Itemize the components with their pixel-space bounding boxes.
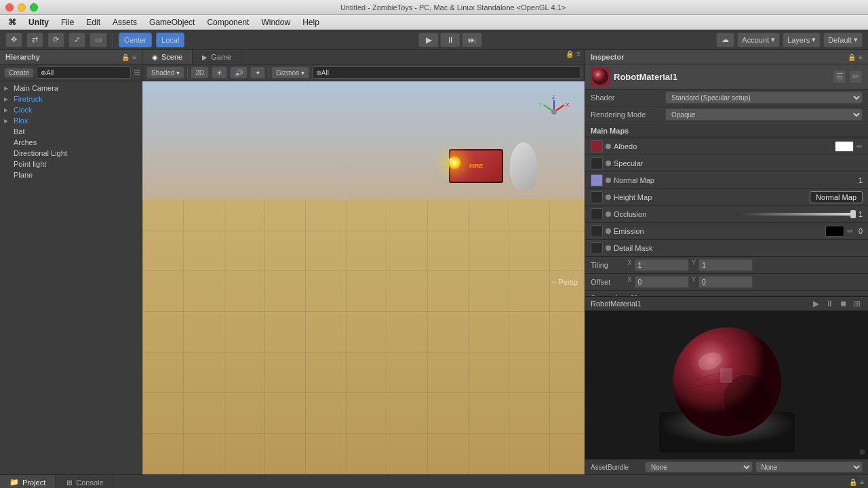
minimize-button[interactable] <box>18 3 26 12</box>
hierarchy-search[interactable] <box>37 66 131 79</box>
ab-select-1[interactable]: None <box>645 462 753 472</box>
heightmap-label[interactable]: Height Map <box>614 193 804 201</box>
hierarchy-menu[interactable]: ≡ <box>132 54 136 61</box>
shading-dropdown[interactable]: Shaded ▾ <box>146 66 184 79</box>
lighting-button[interactable]: ☀ <box>212 66 227 79</box>
material-settings-btn[interactable]: ✏ <box>849 70 863 83</box>
menu-file[interactable]: File <box>56 16 79 28</box>
specular-label[interactable]: Specular <box>614 159 863 167</box>
hierarchy-item-blox[interactable]: ▶Blox <box>0 115 142 126</box>
hierarchy-item-firetruck[interactable]: ▶Firetruck <box>0 94 142 104</box>
albedo-thumb[interactable] <box>591 140 603 152</box>
hierarchy-item-arches[interactable]: Arches <box>0 137 142 148</box>
occlusion-thumb[interactable] <box>591 208 603 220</box>
scene-tab-spacer <box>241 50 561 64</box>
pause-button[interactable]: ⏸ <box>440 33 460 47</box>
layers-dropdown[interactable]: Layers ▾ <box>783 33 821 47</box>
scene-menu[interactable]: ≡ <box>576 50 580 64</box>
detailmask-thumb[interactable] <box>591 242 603 254</box>
scene-lock[interactable]: 🔒 <box>566 50 574 64</box>
tiling-y-input[interactable] <box>698 259 753 271</box>
albedo-edit-icon[interactable]: ✏ <box>856 142 863 151</box>
game-tab[interactable]: ▶ Game <box>193 50 241 64</box>
menu-window[interactable]: Window <box>256 16 296 28</box>
scene-tab[interactable]: ◉ Scene <box>142 50 193 64</box>
occlusion-slider[interactable] <box>736 213 855 216</box>
menu-assets[interactable]: Assets <box>107 16 142 28</box>
emission-thumb[interactable] <box>591 225 603 237</box>
emission-label[interactable]: Emission <box>614 227 823 235</box>
close-button[interactable] <box>5 3 14 12</box>
normalmap-thumb[interactable] <box>591 174 603 186</box>
gizmos-button[interactable]: Gizmos ▾ <box>271 66 309 79</box>
hierarchy-item-directional-light[interactable]: Directional Light <box>0 148 142 159</box>
console-tab[interactable]: 🖥 Console <box>56 475 113 488</box>
step-button[interactable]: ⏭ <box>462 33 482 47</box>
toolbar-rotate[interactable]: ⟳ <box>47 33 64 47</box>
shader-select[interactable]: Standard (Specular setup) <box>665 92 863 104</box>
toolbar-move[interactable]: ⇄ <box>26 33 43 47</box>
hierarchy-item-main-camera[interactable]: ▶Main Camera <box>0 83 142 94</box>
pivot-local-button[interactable]: Local <box>156 33 184 47</box>
heightmap-thumb[interactable] <box>591 191 603 203</box>
rendering-mode-select[interactable]: Opaque <box>665 108 863 121</box>
emission-edit-icon[interactable]: ✏ <box>847 227 853 236</box>
rendering-mode-value[interactable]: Opaque <box>665 108 863 121</box>
emission-color-swatch[interactable] <box>825 226 844 237</box>
menu-component[interactable]: Component <box>201 16 254 28</box>
preview-pause[interactable]: ⏸ <box>823 299 835 308</box>
inspector-menu[interactable]: ≡ <box>859 54 863 61</box>
menu-edit[interactable]: Edit <box>81 16 106 28</box>
occlusion-label[interactable]: Occlusion <box>614 210 733 218</box>
tiling-x-input[interactable] <box>635 259 689 271</box>
shader-value[interactable]: Standard (Specular setup) <box>665 92 863 104</box>
hierarchy-item-point-light[interactable]: Point light <box>0 159 142 169</box>
menu-unity[interactable]: Unity <box>23 16 54 28</box>
bottom-lock[interactable]: 🔒 <box>849 479 857 486</box>
menu-apple[interactable]: ⌘ <box>3 16 22 28</box>
emission-row: Emission ✏ 0 <box>585 223 868 240</box>
inspector-lock[interactable]: 🔒 <box>848 54 856 61</box>
project-tab[interactable]: 📁 Project <box>0 475 56 488</box>
audio-button[interactable]: 🔊 <box>230 66 248 79</box>
axis-widget[interactable]: X Y Z <box>537 95 571 129</box>
maximize-button[interactable] <box>30 3 38 12</box>
albedo-label[interactable]: Albedo <box>614 142 832 150</box>
hierarchy-item-plane[interactable]: Plane <box>0 169 142 180</box>
toolbar-hand[interactable]: ✥ <box>5 33 22 47</box>
occlusion-value: 1 <box>859 210 863 218</box>
albedo-color-swatch[interactable] <box>835 141 854 152</box>
toolbar-scale[interactable]: ⤢ <box>68 33 85 47</box>
ab-select-2[interactable]: None <box>755 462 863 472</box>
hierarchy-item-clock[interactable]: ▶Clock <box>0 104 142 115</box>
account-dropdown[interactable]: Account ▾ <box>737 33 780 47</box>
scene-view[interactable]: FIRE ✦ ←Persp X Y Z <box>142 81 585 474</box>
scene-search[interactable] <box>312 66 580 79</box>
offset-y-input[interactable] <box>698 276 753 288</box>
hierarchy-filter-icon[interactable]: ☰ <box>134 68 140 77</box>
toolbar-rect[interactable]: ▭ <box>90 33 107 47</box>
preview-play[interactable]: ▶ <box>811 299 821 308</box>
offset-x-input[interactable] <box>635 276 689 288</box>
menubar: ⌘ Unity File Edit Assets GameObject Comp… <box>0 15 868 30</box>
material-select-btn[interactable]: ☰ <box>833 70 846 83</box>
detailmask-label[interactable]: Detail Mask <box>614 244 863 252</box>
layout-dropdown[interactable]: Default ▾ <box>823 33 863 47</box>
play-button[interactable]: ▶ <box>418 33 439 47</box>
2d-button[interactable]: 2D <box>191 66 209 79</box>
menu-help[interactable]: Help <box>297 16 325 28</box>
hierarchy-item-bat[interactable]: Bat <box>0 126 142 137</box>
scene-tab-icon: ◉ <box>152 54 158 61</box>
hierarchy-create-button[interactable]: Create <box>4 68 34 78</box>
pivot-center-button[interactable]: Center <box>119 33 152 47</box>
effects-button[interactable]: ✦ <box>250 66 265 79</box>
preview-expand[interactable]: ⊞ <box>852 299 863 308</box>
specular-thumb[interactable] <box>591 157 603 169</box>
normalmap-label[interactable]: Normal Map <box>614 176 856 184</box>
bottom-menu[interactable]: ≡ <box>860 479 864 486</box>
cloud-button[interactable]: ☁ <box>716 33 734 47</box>
sphere-preview-area[interactable]: ⊞ <box>585 311 868 459</box>
hierarchy-lock[interactable]: 🔒 <box>121 54 130 61</box>
preview-record[interactable]: ⏺ <box>837 299 850 308</box>
menu-gameobject[interactable]: GameObject <box>144 16 200 28</box>
